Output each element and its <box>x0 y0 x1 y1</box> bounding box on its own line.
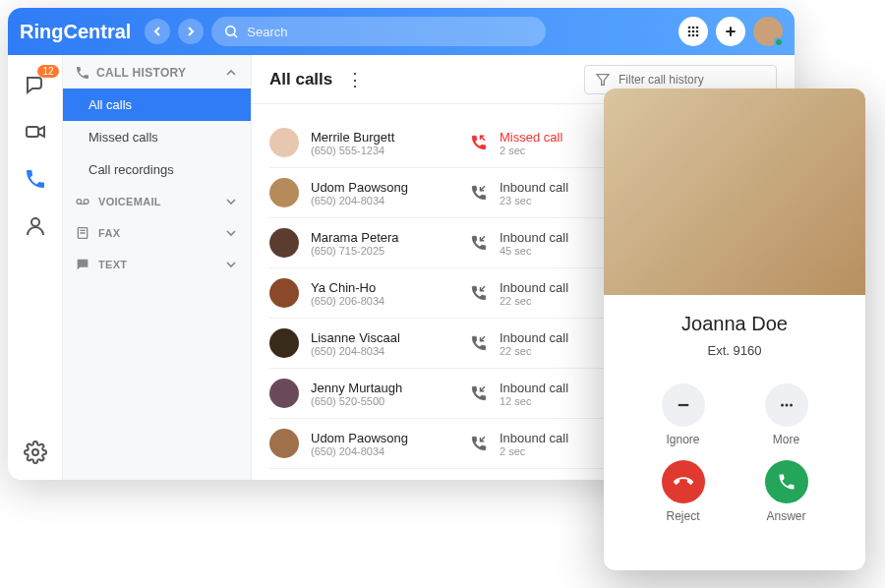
svg-point-10 <box>696 34 699 37</box>
reject-label: Reject <box>666 509 699 523</box>
svg-point-7 <box>696 30 699 33</box>
reject-button[interactable] <box>662 460 705 503</box>
sidebar: CALL HISTORY All calls Missed calls Call… <box>63 55 252 480</box>
rail-messages[interactable]: 12 <box>24 73 47 96</box>
call-duration: 2 sec <box>500 145 608 156</box>
sidebar-item-missed-calls[interactable]: Missed calls <box>63 121 251 153</box>
phone-icon <box>75 65 90 81</box>
contact-phone: (650) 555-1234 <box>311 145 458 156</box>
contact-phone: (650) 520-5500 <box>311 395 458 407</box>
caller-photo <box>604 88 865 295</box>
call-type: Missed call <box>500 130 608 145</box>
call-duration: 22 sec <box>500 295 608 307</box>
search-input[interactable] <box>247 25 534 39</box>
nav-rail: 12 <box>8 55 63 480</box>
call-duration: 22 sec <box>500 345 608 357</box>
contact-avatar <box>269 429 299 458</box>
contact-avatar <box>269 128 299 157</box>
nav-back-button[interactable] <box>145 19 170 44</box>
call-actions: Ignore More Reject Answer <box>620 383 850 523</box>
app-header: RingCentral <box>8 8 795 55</box>
chevron-down-icon <box>223 194 239 209</box>
svg-point-28 <box>790 404 793 407</box>
phone-answer-icon <box>777 472 796 492</box>
call-type-block: Missed call2 sec <box>500 130 608 156</box>
call-duration: 2 sec <box>500 445 608 457</box>
sidebar-item-call-recordings[interactable]: Call recordings <box>63 153 251 186</box>
filter-input[interactable] <box>619 73 766 87</box>
fax-icon <box>75 225 90 241</box>
inbound-call-icon <box>470 384 488 402</box>
contact-phone: (650) 206-8034 <box>311 295 458 307</box>
chevron-down-icon <box>223 225 239 241</box>
search-box[interactable] <box>211 17 546 46</box>
svg-point-17 <box>77 200 82 205</box>
more-action[interactable]: More <box>765 383 808 446</box>
contact-phone: (650) 204-8034 <box>311 345 458 357</box>
call-type-block: Inbound call12 sec <box>500 381 608 407</box>
svg-marker-14 <box>38 127 44 137</box>
call-type: Inbound call <box>500 431 608 445</box>
reject-action[interactable]: Reject <box>662 460 705 523</box>
nav-forward-button[interactable] <box>178 19 204 44</box>
inbound-call-icon <box>470 435 488 452</box>
incoming-call-card: Joanna Doe Ext. 9160 Ignore More Reject <box>604 88 865 570</box>
contact-block: Jenny Murtaugh(650) 520-5500 <box>311 381 458 407</box>
rail-settings[interactable] <box>24 441 47 464</box>
contact-block: Udom Paowsong(650) 204-8034 <box>311 180 458 206</box>
contact-avatar <box>269 178 299 207</box>
call-type: Inbound call <box>500 230 608 245</box>
call-type: Inbound call <box>500 280 608 295</box>
svg-marker-23 <box>597 74 609 85</box>
call-type: Inbound call <box>500 330 608 345</box>
more-label: More <box>773 433 799 446</box>
sidebar-voicemail-header[interactable]: VOICEMAIL <box>63 186 251 217</box>
sidebar-item-all-calls[interactable]: All calls <box>63 88 251 121</box>
call-duration: 12 sec <box>500 395 608 407</box>
svg-point-5 <box>688 30 691 33</box>
contact-name: Jenny Murtaugh <box>311 381 458 395</box>
filter-icon <box>595 72 611 88</box>
messages-badge: 12 <box>37 65 58 78</box>
svg-point-27 <box>785 404 788 407</box>
dialpad-icon <box>685 24 701 39</box>
answer-action[interactable]: Answer <box>765 460 808 523</box>
rail-contacts[interactable] <box>24 214 47 238</box>
sidebar-call-history-header[interactable]: CALL HISTORY <box>63 55 251 88</box>
svg-rect-13 <box>27 127 38 137</box>
call-duration: 23 sec <box>500 195 608 206</box>
ignore-action[interactable]: Ignore <box>662 383 705 446</box>
more-button[interactable] <box>765 383 808 427</box>
sidebar-call-history-label: CALL HISTORY <box>96 66 186 80</box>
sidebar-text-header[interactable]: TEXT <box>63 249 251 280</box>
svg-point-16 <box>32 449 38 455</box>
call-duration: 45 sec <box>500 245 608 257</box>
dialpad-button[interactable] <box>678 17 708 46</box>
contact-avatar <box>269 278 299 308</box>
svg-point-6 <box>692 30 695 33</box>
answer-button[interactable] <box>765 460 808 503</box>
call-type: Inbound call <box>500 180 608 195</box>
ignore-label: Ignore <box>666 433 699 446</box>
contact-block: Udom Paowsong(650) 204-8034 <box>311 431 458 457</box>
svg-point-15 <box>31 218 39 226</box>
chevron-up-icon <box>223 65 239 81</box>
chevron-left-icon <box>149 24 165 39</box>
contact-name: Merrile Burgett <box>311 130 458 145</box>
rail-video[interactable] <box>24 120 47 144</box>
svg-point-18 <box>84 200 88 205</box>
sidebar-text-label: TEXT <box>98 259 127 270</box>
contact-name: Udom Paowsong <box>311 431 458 445</box>
more-menu-button[interactable]: ⋮ <box>346 69 364 90</box>
caller-extension: Ext. 9160 <box>708 343 762 358</box>
contact-name: Udom Paowsong <box>311 180 458 195</box>
user-avatar[interactable] <box>753 17 783 46</box>
inbound-call-icon <box>470 184 488 202</box>
call-type-block: Inbound call23 sec <box>500 180 608 206</box>
contact-name: Marama Petera <box>311 230 458 245</box>
rail-phone[interactable] <box>24 167 47 191</box>
call-type: Inbound call <box>500 381 608 395</box>
add-button[interactable] <box>716 17 745 46</box>
sidebar-fax-header[interactable]: FAX <box>63 217 251 249</box>
ignore-button[interactable] <box>662 383 705 427</box>
